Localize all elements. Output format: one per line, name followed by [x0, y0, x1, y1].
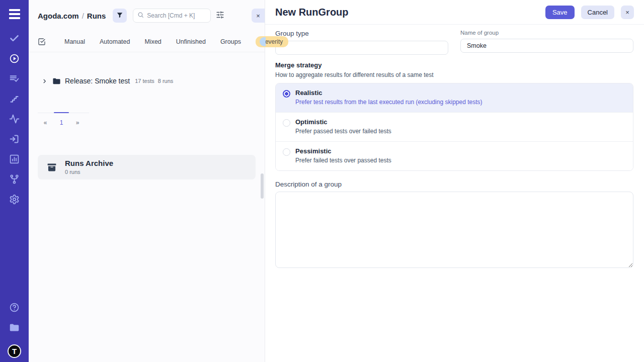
- rungroup-form: Group type Name of group Merge strategy …: [265, 25, 644, 270]
- stairs-icon: [9, 94, 20, 106]
- sidebar-item-milestones[interactable]: [0, 89, 29, 110]
- chevron-right-icon[interactable]: [42, 78, 47, 84]
- tab-manual[interactable]: Manual: [64, 35, 85, 48]
- search-box[interactable]: [133, 9, 211, 23]
- new-rungroup-panel: New RunGroup Save Cancel × Group type Na…: [265, 0, 644, 362]
- archive-title: Runs Archive: [65, 159, 113, 168]
- funnel-icon: [116, 12, 123, 20]
- group-type-field: Group type: [275, 30, 448, 55]
- sidebar-item-help[interactable]: [0, 298, 29, 318]
- prev-page-button[interactable]: «: [38, 117, 53, 129]
- folder-filled-icon: [52, 77, 61, 85]
- group-type-input[interactable]: [275, 41, 448, 55]
- archive-text: Runs Archive 0 runs: [65, 159, 113, 175]
- sidebar-item-analytics[interactable]: [0, 150, 29, 170]
- archive-box-icon: [47, 162, 57, 172]
- git-fork-icon: [9, 174, 20, 187]
- option-optimistic[interactable]: Optimistic Prefer passed tests over fail…: [276, 112, 633, 141]
- archive-runs-count: 0 runs: [65, 169, 113, 175]
- panel-header: New RunGroup Save Cancel ×: [265, 0, 644, 25]
- close-panel-button[interactable]: ×: [621, 6, 634, 19]
- truncated-filter-badge[interactable]: [260, 37, 266, 46]
- merge-strategy-options: Realistic Prefer test results from the l…: [275, 83, 633, 171]
- pagination-buttons: « 1 »: [38, 113, 89, 129]
- avatar[interactable]: T: [8, 344, 21, 358]
- app-window: T Agoda.com/Runs: [0, 0, 644, 362]
- run-group-title[interactable]: Release: Smoke test: [65, 77, 130, 85]
- sliders-icon: [216, 11, 224, 21]
- gear-icon: [9, 194, 20, 207]
- option-optimistic-title: Optimistic: [295, 118, 391, 126]
- collapse-panel-button[interactable]: ×: [252, 9, 265, 23]
- sidebar-item-projects[interactable]: [0, 318, 29, 338]
- cancel-button[interactable]: Cancel: [581, 6, 614, 19]
- option-pessimistic-title: Pessimistic: [295, 147, 391, 155]
- hamburger-bars: [9, 9, 20, 19]
- page-1-button[interactable]: 1: [54, 117, 69, 129]
- page-title: New RunGroup: [275, 7, 545, 18]
- option-pessimistic-description: Prefer failed tests over passed tests: [295, 157, 391, 164]
- pagination: « 1 »: [38, 113, 89, 129]
- bar-chart-icon: [9, 154, 20, 166]
- merge-strategy-section: Merge strategy How to aggregate results …: [275, 61, 633, 171]
- description-textarea[interactable]: [275, 192, 633, 268]
- group-type-label: Group type: [275, 30, 448, 37]
- select-runs-icon[interactable]: [38, 38, 46, 46]
- merge-strategy-label: Merge strategy: [275, 61, 633, 69]
- name-of-group-input[interactable]: [460, 39, 633, 53]
- run-group-tests-count: 17 tests: [135, 78, 154, 84]
- description-section: Description of a group: [275, 180, 633, 270]
- radio-unselected-icon[interactable]: [283, 119, 290, 127]
- breadcrumb-section[interactable]: Runs: [87, 12, 106, 20]
- description-label: Description of a group: [275, 180, 633, 188]
- name-of-group-field: Name of group: [460, 30, 633, 55]
- option-pessimistic[interactable]: Pessimistic Prefer failed tests over pas…: [276, 141, 633, 170]
- activity-icon: [9, 114, 20, 126]
- merge-strategy-hint: How to aggregate results for different r…: [275, 71, 633, 78]
- sidebar-item-settings[interactable]: [0, 190, 29, 210]
- form-row-top: Group type Name of group: [275, 30, 633, 55]
- sidebar-item-tests[interactable]: [0, 29, 29, 49]
- tab-automated[interactable]: Automated: [100, 35, 130, 48]
- option-realistic[interactable]: Realistic Prefer test results from the l…: [276, 83, 633, 112]
- sidebar-item-pulse[interactable]: [0, 110, 29, 130]
- breadcrumb[interactable]: Agoda.com/Runs: [38, 12, 106, 20]
- check-icon: [9, 33, 20, 46]
- filter-tabs: Manual Automated Mixed Unfinished Groups…: [29, 31, 265, 52]
- runs-toolbar: Agoda.com/Runs ×: [29, 0, 265, 31]
- run-group-runs-count: 8 runs: [158, 78, 174, 84]
- breadcrumb-project[interactable]: Agoda.com: [38, 12, 79, 20]
- sidebar-item-import[interactable]: [0, 130, 29, 150]
- sidebar: T: [0, 0, 29, 362]
- sidebar-item-test-plans[interactable]: [0, 69, 29, 89]
- avatar-letter: T: [12, 347, 17, 355]
- option-realistic-description: Prefer test results from the last execut…: [295, 99, 482, 106]
- search-input[interactable]: [147, 12, 207, 19]
- view-settings-button[interactable]: [216, 11, 224, 21]
- runs-list-panel: Agoda.com/Runs ×: [29, 0, 265, 362]
- tab-unfinished[interactable]: Unfinished: [176, 35, 206, 48]
- tab-groups[interactable]: Groups: [220, 35, 241, 48]
- play-circle-icon: [9, 53, 20, 66]
- panel-resize-handle[interactable]: [261, 173, 264, 199]
- import-icon: [9, 134, 20, 146]
- hamburger-menu-icon[interactable]: [0, 0, 29, 28]
- sidebar-bottom: T: [0, 298, 29, 358]
- save-button[interactable]: Save: [545, 6, 575, 19]
- filter-button[interactable]: [113, 9, 127, 23]
- tab-mixed[interactable]: Mixed: [144, 35, 161, 48]
- sidebar-nav: [0, 29, 29, 210]
- next-page-button[interactable]: »: [70, 117, 85, 129]
- radio-unselected-icon[interactable]: [283, 148, 290, 156]
- runs-archive-row[interactable]: Runs Archive 0 runs: [38, 155, 256, 179]
- sidebar-item-runs[interactable]: [0, 49, 29, 69]
- sidebar-item-branches[interactable]: [0, 170, 29, 190]
- breadcrumb-separator: /: [79, 12, 87, 20]
- option-realistic-title: Realistic: [295, 89, 482, 97]
- name-of-group-label: Name of group: [460, 30, 633, 36]
- folder-icon: [9, 322, 20, 335]
- help-circle-icon: [9, 302, 20, 315]
- radio-selected-icon[interactable]: [283, 90, 290, 98]
- list-check-icon: [9, 73, 20, 86]
- run-group-row[interactable]: Release: Smoke test 17 tests 8 runs: [29, 73, 265, 88]
